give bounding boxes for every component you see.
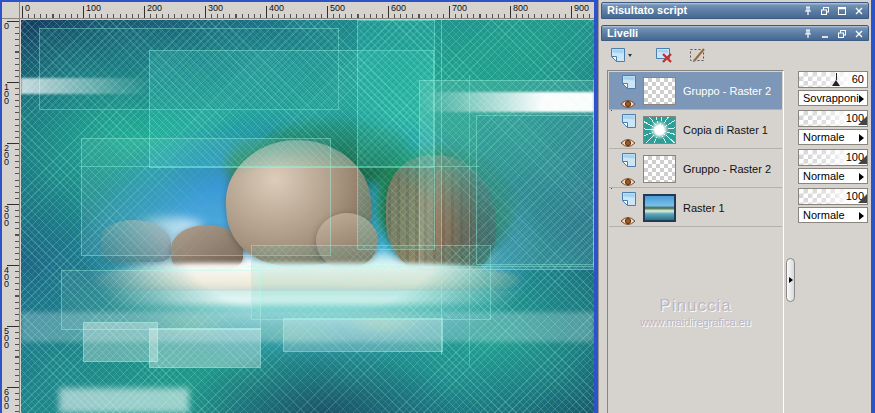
pin-icon[interactable] bbox=[802, 5, 814, 17]
ruler-label: 500 bbox=[4, 328, 12, 349]
watermark-name: Pinuccia bbox=[607, 296, 784, 316]
script-result-panel-title: Risultato script bbox=[607, 4, 687, 16]
ruler-label: 300 bbox=[4, 206, 12, 227]
ruler-label: 0 bbox=[25, 3, 30, 13]
ruler-label: 700 bbox=[452, 3, 467, 13]
ruler-label: 300 bbox=[208, 3, 223, 13]
restore-icon[interactable] bbox=[836, 28, 848, 40]
layer-thumbnail bbox=[643, 155, 676, 183]
opacity-slider[interactable]: 60 bbox=[798, 71, 868, 88]
opacity-slider[interactable]: 100 bbox=[798, 188, 868, 205]
watermark-url: www.maidiregrafica.eu bbox=[607, 316, 784, 328]
blend-mode-dropdown[interactable]: Sovrapponi bbox=[798, 90, 868, 106]
panel-splitter[interactable] bbox=[785, 70, 797, 413]
dropdown-arrow-icon bbox=[859, 173, 864, 181]
layer-row-gruppo-raster-2[interactable]: Gruppo - Raster 2 bbox=[609, 72, 782, 110]
layer-name: Gruppo - Raster 2 bbox=[683, 150, 771, 188]
delete-layer-button[interactable] bbox=[650, 43, 680, 66]
layer-row-raster-1[interactable]: Raster 1 bbox=[609, 189, 782, 227]
dropdown-arrow-icon bbox=[859, 95, 864, 103]
layer-properties-column: 60 Sovrapponi 100 Normale 100 bbox=[798, 70, 868, 413]
blend-mode-value: Normale bbox=[803, 131, 845, 143]
opacity-slider[interactable]: 100 bbox=[798, 149, 868, 166]
opacity-value: 60 bbox=[852, 73, 864, 85]
dropdown-arrow-icon bbox=[859, 134, 864, 142]
layer-page-icon bbox=[619, 191, 638, 212]
ruler-label: 100 bbox=[86, 3, 101, 13]
close-icon[interactable] bbox=[853, 5, 865, 17]
pin-icon[interactable] bbox=[802, 28, 814, 40]
layers-panel-titlebar[interactable]: Livelli bbox=[601, 25, 869, 41]
opacity-handle[interactable] bbox=[832, 73, 841, 87]
blend-mode-dropdown[interactable]: Normale bbox=[798, 207, 868, 223]
layer-name: Gruppo - Raster 2 bbox=[683, 72, 771, 110]
splitter-collapse-handle[interactable] bbox=[786, 258, 795, 302]
ruler-corner bbox=[2, 2, 20, 19]
layer-page-icon bbox=[619, 152, 638, 173]
layer-page-icon bbox=[619, 113, 638, 134]
opacity-slider[interactable]: 100 bbox=[798, 110, 868, 127]
dropdown-arrow-icon bbox=[859, 212, 864, 220]
ruler-label: 600 bbox=[4, 389, 12, 410]
blend-mode-value: Normale bbox=[803, 209, 845, 221]
ruler-label: 400 bbox=[269, 3, 284, 13]
mesh-texture-overlay bbox=[21, 20, 594, 413]
ruler-label: 200 bbox=[4, 145, 12, 166]
layer-name: Raster 1 bbox=[683, 189, 725, 227]
app-window: 0 100 200 300 400 500 600 700 800 900 0 … bbox=[0, 0, 875, 413]
collapse-arrow-icon bbox=[789, 277, 793, 283]
new-layer-button[interactable] bbox=[606, 43, 636, 66]
ruler-label: 900 bbox=[574, 3, 589, 13]
layer-thumbnail bbox=[643, 194, 676, 222]
restore-icon[interactable] bbox=[819, 5, 831, 17]
horizontal-ruler: 0 100 200 300 400 500 600 700 800 900 bbox=[20, 2, 594, 19]
watermark: Pinuccia www.maidiregrafica.eu bbox=[607, 296, 784, 328]
vertical-ruler: 0 100 200 300 400 500 600 bbox=[2, 19, 20, 413]
docked-panels: Risultato script Livelli bbox=[598, 0, 875, 413]
visibility-eye-icon[interactable] bbox=[620, 212, 636, 230]
ruler-label: 0 bbox=[4, 23, 12, 30]
ruler-label: 800 bbox=[513, 3, 528, 13]
script-result-panel-titlebar[interactable]: Risultato script bbox=[601, 2, 869, 19]
layers-list: Gruppo - Raster 2 Copia di Raster 1 Grup… bbox=[607, 70, 784, 413]
ruler-label: 500 bbox=[330, 3, 345, 13]
opacity-handle[interactable] bbox=[858, 116, 867, 125]
blend-mode-value: Sovrapponi bbox=[803, 92, 859, 104]
ruler-label: 200 bbox=[147, 3, 162, 13]
layer-row-copia-di-raster-1[interactable]: Copia di Raster 1 bbox=[609, 111, 782, 149]
blend-mode-dropdown[interactable]: Normale bbox=[798, 168, 868, 184]
blend-mode-dropdown[interactable]: Normale bbox=[798, 129, 868, 145]
close-icon[interactable] bbox=[853, 28, 865, 40]
layer-page-icon bbox=[619, 74, 638, 95]
image-document-window: 0 100 200 300 400 500 600 700 800 900 0 … bbox=[0, 0, 598, 413]
layer-row-gruppo-raster-2b[interactable]: Gruppo - Raster 2 bbox=[609, 150, 782, 188]
edit-selection-button[interactable] bbox=[684, 43, 714, 66]
layers-panel-title: Livelli bbox=[607, 27, 638, 39]
layers-toolbar bbox=[601, 42, 869, 67]
opacity-handle[interactable] bbox=[858, 194, 867, 203]
ruler-label: 400 bbox=[4, 267, 12, 288]
minimize-icon[interactable] bbox=[819, 28, 831, 40]
maximize-icon[interactable] bbox=[836, 5, 848, 17]
layer-thumbnail bbox=[643, 77, 676, 105]
opacity-handle[interactable] bbox=[858, 155, 867, 164]
ruler-label: 600 bbox=[391, 3, 406, 13]
ruler-label: 100 bbox=[4, 84, 12, 105]
layer-name: Copia di Raster 1 bbox=[683, 111, 768, 149]
layer-thumbnail bbox=[643, 116, 676, 144]
canvas-artwork[interactable] bbox=[21, 20, 594, 413]
blend-mode-value: Normale bbox=[803, 170, 845, 182]
